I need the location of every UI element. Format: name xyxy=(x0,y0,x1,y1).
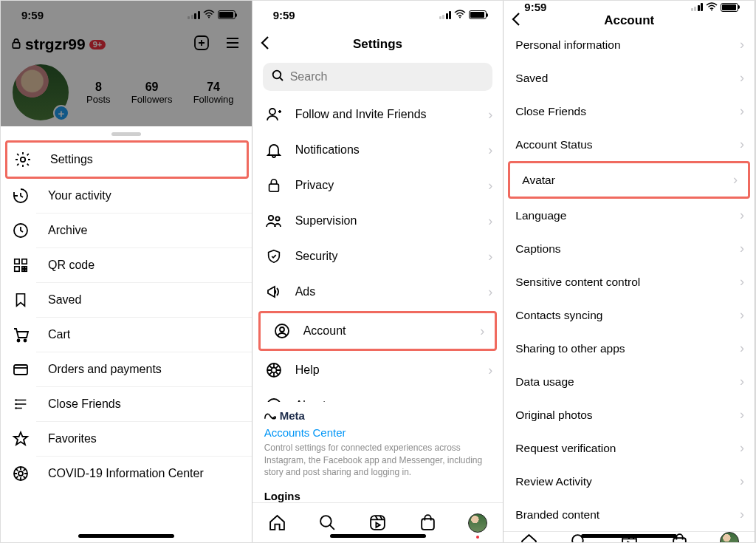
account-item-label: Request verification xyxy=(515,442,616,455)
account-item-sensitive-content-control[interactable]: Sensitive content control› xyxy=(504,265,755,298)
account-item-original-photos[interactable]: Original photos› xyxy=(504,398,755,431)
account-item-label: Branded content xyxy=(515,508,599,522)
account-item-data-usage[interactable]: Data usage› xyxy=(504,365,755,398)
account-item-contacts-syncing[interactable]: Contacts syncing› xyxy=(504,298,755,332)
sheet-item-cart[interactable]: Cart xyxy=(36,318,252,352)
svg-rect-5 xyxy=(15,259,19,264)
stat-following[interactable]: 74Following xyxy=(193,81,234,105)
nav-header: Settings xyxy=(252,29,504,60)
settings-item-privacy[interactable]: Privacy› xyxy=(252,168,504,203)
accounts-center-link[interactable]: Accounts Center xyxy=(264,422,492,442)
settings-item-account[interactable]: Account› xyxy=(258,311,498,351)
account-item-review-activity[interactable]: Review Activity› xyxy=(504,465,755,498)
sheet-item-archive[interactable]: Archive xyxy=(36,214,252,248)
stat-followers[interactable]: 69Followers xyxy=(131,81,173,105)
svg-rect-9 xyxy=(25,270,27,272)
account-item-personal-information[interactable]: Personal information› xyxy=(504,28,755,61)
svg-point-30 xyxy=(267,399,281,402)
svg-point-27 xyxy=(280,327,284,332)
settings-item-about[interactable]: About› xyxy=(252,388,504,402)
privacy-icon xyxy=(264,176,284,195)
account-item-label: Account Status xyxy=(515,138,592,151)
svg-point-16 xyxy=(15,403,16,405)
back-button[interactable] xyxy=(260,35,270,53)
add-story-icon[interactable]: + xyxy=(53,105,69,121)
tab-home[interactable] xyxy=(268,513,287,533)
status-bar: 9:59 xyxy=(252,1,504,29)
meta-description: Control settings for connected experienc… xyxy=(264,442,492,478)
notification-dot-icon xyxy=(476,536,479,539)
create-icon[interactable] xyxy=(193,34,210,55)
account-item-captions[interactable]: Captions› xyxy=(504,232,755,265)
settings-item-security[interactable]: Security› xyxy=(252,239,504,274)
notifications-icon xyxy=(264,140,284,160)
sheet-item-covid-19-information-center[interactable]: COVID-19 Information Center xyxy=(36,457,252,491)
chevron-right-icon: › xyxy=(488,143,492,158)
account-item-sharing-to-other-apps[interactable]: Sharing to other apps› xyxy=(504,332,755,365)
wifi-icon xyxy=(203,9,215,21)
settings-item-follow-and-invite-friends[interactable]: Follow and Invite Friends› xyxy=(252,97,504,132)
home-indicator[interactable] xyxy=(330,534,426,538)
logins-heading: Logins xyxy=(252,481,504,502)
search-icon xyxy=(272,69,284,85)
search-input[interactable] xyxy=(263,63,493,91)
home-indicator[interactable] xyxy=(78,534,174,538)
search-field[interactable] xyxy=(290,70,484,83)
chevron-right-icon: › xyxy=(740,474,744,489)
page-title: Settings xyxy=(353,37,402,52)
sheet-item-close-friends[interactable]: Close Friends xyxy=(36,387,252,422)
settings-item-supervision[interactable]: Supervision› xyxy=(252,203,504,239)
settings-item-notifications[interactable]: Notifications› xyxy=(252,132,504,168)
covid-19-information-center-icon xyxy=(11,464,30,483)
tab-home[interactable] xyxy=(519,532,538,542)
chevron-right-icon: › xyxy=(488,107,492,123)
account-item-language[interactable]: Language› xyxy=(504,199,755,232)
settings-item-ads[interactable]: Ads› xyxy=(252,274,504,310)
sheet-item-orders-and-payments[interactable]: Orders and payments xyxy=(36,352,252,387)
svg-point-35 xyxy=(711,9,712,10)
chevron-right-icon: › xyxy=(488,249,492,264)
svg-point-21 xyxy=(272,70,281,78)
chevron-right-icon: › xyxy=(740,507,744,522)
account-item-label: Close Friends xyxy=(515,105,586,118)
tab-shop[interactable] xyxy=(418,513,437,533)
tab-profile[interactable] xyxy=(720,532,739,542)
saved-icon xyxy=(11,290,30,310)
cellular-icon xyxy=(188,11,200,19)
tab-reels[interactable] xyxy=(368,513,387,533)
sheet-handle[interactable] xyxy=(111,132,141,136)
account-item-close-friends[interactable]: Close Friends› xyxy=(504,95,755,128)
tab-profile[interactable] xyxy=(468,513,487,533)
chevron-right-icon: › xyxy=(740,274,744,290)
sheet-item-label: Orders and payments xyxy=(48,363,162,376)
account-item-saved[interactable]: Saved› xyxy=(504,61,755,95)
bottom-sheet: SettingsYour activityArchiveQR codeSaved… xyxy=(1,126,252,542)
sheet-item-settings[interactable]: Settings xyxy=(38,143,247,177)
help-icon xyxy=(264,361,284,380)
svg-rect-11 xyxy=(25,267,27,269)
account-item-label: Sharing to other apps xyxy=(515,342,625,355)
settings-item-help[interactable]: Help› xyxy=(252,352,504,388)
svg-rect-23 xyxy=(269,184,278,191)
sheet-item-your-activity[interactable]: Your activity xyxy=(36,179,252,214)
account-item-account-status[interactable]: Account Status› xyxy=(504,128,755,161)
settings-item-label: Ads xyxy=(295,285,316,298)
username-row[interactable]: strgzr99 9+ xyxy=(11,35,106,53)
stat-posts[interactable]: 8Posts xyxy=(86,81,111,105)
hamburger-icon[interactable] xyxy=(224,34,241,55)
avatar[interactable]: + xyxy=(11,63,70,122)
chevron-right-icon: › xyxy=(488,284,492,300)
svg-rect-6 xyxy=(22,259,27,264)
back-button[interactable] xyxy=(511,12,521,30)
home-indicator[interactable] xyxy=(581,534,677,538)
sheet-item-qr-code[interactable]: QR code xyxy=(36,248,252,283)
tab-search[interactable] xyxy=(318,513,337,533)
wifi-icon xyxy=(454,9,466,21)
favorites-icon xyxy=(11,429,30,448)
settings-item-label: Privacy xyxy=(295,179,334,192)
account-item-branded-content[interactable]: Branded content› xyxy=(504,498,755,531)
sheet-item-saved[interactable]: Saved xyxy=(36,283,252,318)
sheet-item-favorites[interactable]: Favorites xyxy=(36,422,252,457)
account-item-avatar[interactable]: Avatar› xyxy=(508,161,750,199)
account-item-request-verification[interactable]: Request verification› xyxy=(504,431,755,465)
